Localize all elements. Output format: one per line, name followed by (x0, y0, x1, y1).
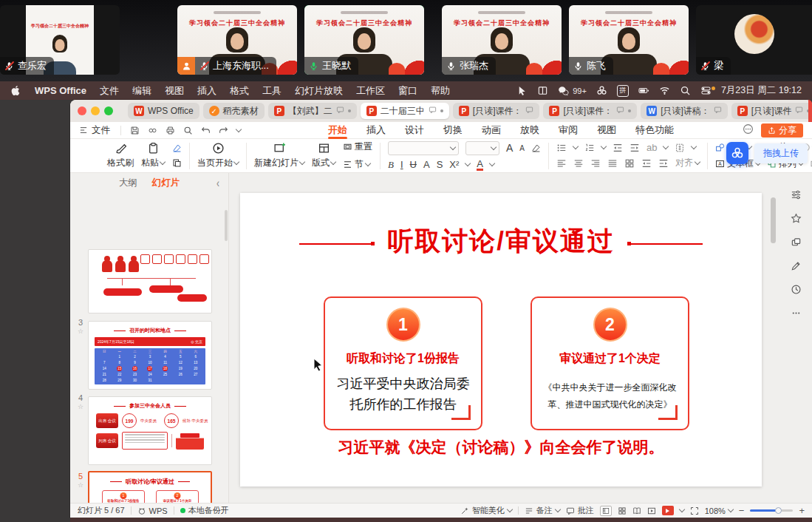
bullets-icon[interactable] (556, 143, 567, 153)
ribbon-tab[interactable]: 切换 (434, 122, 472, 139)
collapse-panel-icon[interactable]: ‹ (216, 175, 219, 190)
document-tab[interactable]: ✓ 稻壳素材 (203, 103, 265, 119)
paragraph-spacing-icon[interactable] (658, 158, 669, 169)
screenshare-icon[interactable] (516, 85, 528, 96)
slide-sorter-view-button[interactable] (618, 506, 627, 515)
zoom-out-button[interactable]: − (739, 505, 745, 516)
ribbon-tab[interactable]: 开始 (318, 122, 357, 139)
zoom-window-button[interactable] (104, 106, 113, 115)
font-style-button[interactable]: U (410, 159, 417, 170)
slide-star-icon[interactable]: ☆ (75, 328, 86, 335)
align-right-icon[interactable] (590, 158, 601, 169)
document-tab[interactable]: P 二十届三中 (361, 103, 449, 119)
share-button[interactable]: 分享 (761, 123, 803, 138)
panel-scrollbar[interactable] (225, 210, 228, 241)
comment-bubble-icon[interactable] (616, 106, 624, 116)
comment-bubble-icon[interactable] (795, 106, 803, 116)
file-menu-button[interactable]: 文件 (79, 124, 110, 137)
apple-icon[interactable] (10, 85, 21, 96)
tab-outline[interactable]: 大纲 (119, 177, 137, 189)
menubar-menu-item[interactable]: 工具 (262, 84, 282, 98)
zoom-slider[interactable] (750, 509, 793, 512)
wps-assistant-button[interactable]: WPS (137, 506, 168, 515)
document-tab[interactable]: P [只读]课件： (453, 103, 540, 119)
minimize-window-button[interactable] (91, 106, 100, 115)
document-tab[interactable]: P [只读]课件 (731, 103, 812, 119)
font-style-button[interactable]: B (388, 159, 394, 171)
tab-slides[interactable]: 幻灯片 (152, 177, 180, 189)
slide-star-icon[interactable]: ☆ (75, 481, 86, 489)
font-color-button[interactable]: A (477, 159, 483, 171)
new-slide-button[interactable]: 新建幻灯片 (254, 142, 304, 169)
participant-tile[interactable]: 学习领会二十届三中全会精神 陈飞 (569, 5, 689, 75)
text-direction-icon[interactable] (675, 143, 685, 153)
slide-star-icon[interactable]: ☆ (75, 403, 86, 410)
ribbon-tab[interactable]: 设计 (395, 122, 434, 139)
menubar-menu-item[interactable]: 插入 (197, 84, 216, 98)
play-options-chevron-icon[interactable] (678, 506, 684, 512)
zoom-in-button[interactable]: + (799, 505, 805, 516)
participant-tile[interactable]: 学习领会二十届三中全会精神 查乐宏 (0, 5, 120, 75)
history-clock-icon[interactable] (791, 284, 802, 295)
present-from-start-button[interactable] (647, 506, 656, 515)
ribbon-tab[interactable]: 动画 (472, 122, 511, 139)
play-from-current-button[interactable]: 当页开始 (197, 142, 239, 169)
favorites-star-icon[interactable] (791, 213, 802, 224)
menubar-clock[interactable]: 7月23日 周二 19:12 (721, 84, 802, 97)
wps-cloud-upload-icon[interactable] (726, 142, 748, 164)
clear-format-icon[interactable] (531, 143, 541, 153)
normal-view-button[interactable] (600, 506, 612, 516)
char-spacing-button[interactable]: ab (646, 142, 657, 153)
save-icon[interactable] (130, 126, 140, 135)
font-size-combobox[interactable] (465, 141, 499, 155)
justify-icon[interactable] (607, 158, 618, 169)
notes-button[interactable]: 备注 (525, 505, 560, 516)
ribbon-tab[interactable]: 放映 (511, 122, 549, 139)
print-preview-icon[interactable] (183, 126, 193, 135)
slide-layout-button[interactable]: 版式 (312, 142, 335, 169)
ribbon-tab[interactable]: 审阅 (549, 122, 587, 139)
align-center-icon[interactable] (573, 158, 584, 169)
menubar-menu-item[interactable]: 工作区 (356, 84, 385, 98)
copy-button[interactable] (172, 158, 182, 168)
font-style-button[interactable]: S (437, 159, 443, 170)
wifi-icon[interactable] (659, 85, 670, 96)
shrink-font-button[interactable]: A (519, 144, 525, 152)
control-center-icon[interactable] (700, 85, 712, 96)
menubar-menu-item[interactable]: 编辑 (132, 84, 151, 98)
ribbon-tab[interactable]: 插入 (357, 122, 395, 139)
comments-button[interactable]: 批注 (566, 505, 594, 516)
comment-bubble-icon[interactable] (525, 106, 533, 116)
document-tab[interactable]: W WPS Office (128, 103, 199, 119)
quickbar-chevron-icon[interactable] (236, 126, 242, 132)
ribbon-tab[interactable]: 特色功能 (626, 122, 683, 139)
line-spacing-icon[interactable] (641, 158, 652, 169)
slide-thumbnail-2[interactable] (88, 249, 212, 313)
menubar-menu-item[interactable]: 幻灯片放映 (295, 84, 343, 98)
font-style-button[interactable]: X² (449, 159, 459, 170)
menubar-menu-item[interactable]: 格式 (230, 84, 249, 98)
menubar-app-name[interactable]: WPS Office (35, 85, 86, 96)
canvas-scrollbar[interactable] (771, 197, 776, 243)
more-options-icon[interactable] (743, 123, 754, 137)
decrease-indent-icon[interactable] (613, 143, 623, 153)
slide-canvas[interactable]: 听取讨论/审议通过 1 听取和讨论了1份报告 习近平受中央政治局委托所作的工作报… (240, 193, 762, 487)
annotate-pen-icon[interactable] (791, 260, 802, 271)
properties-icon[interactable] (791, 189, 802, 200)
link-icon[interactable] (148, 126, 157, 135)
smart-beautify-button[interactable]: 智能美化 (460, 505, 512, 516)
document-tab[interactable]: W [只读]讲稿： (641, 103, 728, 119)
cut-button[interactable] (172, 143, 182, 153)
close-window-button[interactable] (78, 106, 86, 115)
ribbon-tab[interactable]: 视图 (587, 122, 626, 139)
redo-icon[interactable] (219, 126, 228, 135)
wps-status-icon[interactable] (537, 85, 548, 96)
menubar-menu-item[interactable]: 视图 (165, 84, 184, 98)
numbering-icon[interactable] (584, 143, 595, 153)
slide-thumbnail-3[interactable]: 召开的时间和地点 2024年7月15日至18日 ◎ 北京 日一二三四五六 123… (88, 321, 212, 390)
participant-tile[interactable]: 学习领会二十届三中全会精神 王晓默 (304, 5, 424, 75)
reading-view-button[interactable] (632, 506, 641, 515)
zoom-slider-knob[interactable] (775, 507, 782, 514)
font-style-button[interactable]: A (423, 159, 430, 170)
increase-indent-icon[interactable] (630, 143, 640, 153)
